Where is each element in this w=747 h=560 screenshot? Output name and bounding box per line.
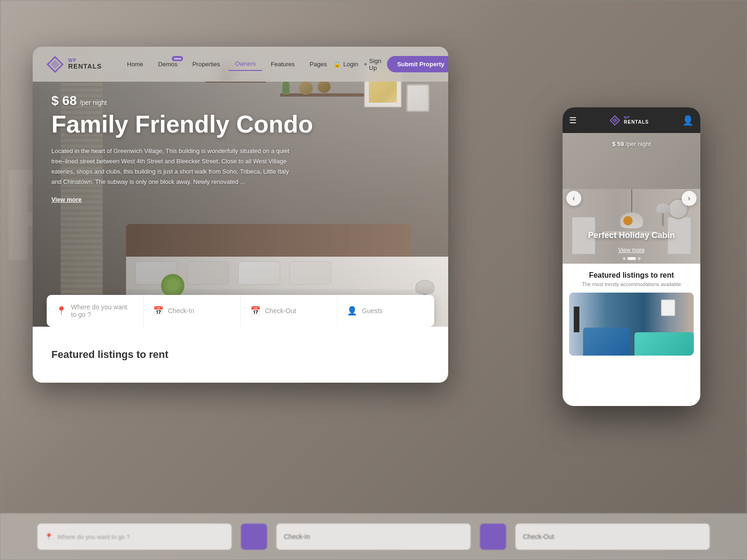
search-bar: 📍 Where do you want to go ? 📅 Check-In 📅… (33, 295, 448, 327)
nav-properties[interactable]: Properties (186, 58, 226, 70)
mobile-logo: WP RENTALS (577, 115, 682, 126)
bottom-checkin-btn (241, 524, 267, 550)
mobile-logo-diamond-icon (610, 115, 620, 126)
calendar-checkout-icon: 📅 (250, 306, 261, 316)
signup-link[interactable]: + Sign Up (364, 57, 381, 71)
mobile-logo-text: WP RENTALS (624, 116, 648, 125)
nav-owners[interactable]: Owners (228, 57, 262, 71)
wall-frame-mobile (661, 300, 675, 316)
bottom-location-text: Where do you want to go ? (57, 533, 130, 540)
search-inputs: 📍 Where do you want to go ? 📅 Check-In 📅… (47, 295, 434, 327)
logo-text: WP RENTALS (68, 58, 102, 70)
nav-pages[interactable]: Pages (303, 58, 333, 70)
nav-demos[interactable]: Demos new (152, 58, 184, 70)
bottom-checkin-text: Check-In (284, 533, 310, 540)
mobile-carousel-dots (563, 257, 700, 260)
pin-icon: 📍 (56, 306, 66, 316)
bottom-checkout-field: Check-Out (515, 524, 710, 550)
location-placeholder: Where do you want to go ? (71, 303, 134, 318)
mobile-view-more-link[interactable]: View more (563, 247, 700, 253)
nav-home[interactable]: Home (120, 58, 150, 70)
bottom-checkout-text: Check-Out (523, 533, 554, 540)
checkin-field[interactable]: 📅 Check-In (144, 295, 241, 327)
mobile-featured-subtitle: The most trendy accommodations available (569, 281, 694, 287)
price-unit: /per night (80, 99, 107, 106)
login-link[interactable]: 🔒 Login (333, 61, 358, 68)
mobile-price-amount: $ 59 (612, 140, 624, 147)
mobile-user-icon[interactable]: 👤 (682, 115, 694, 126)
mobile-logo-rentals: RENTALS (624, 119, 648, 125)
mobile-next-arrow[interactable]: › (682, 191, 697, 206)
bottom-location-field: 📍 Where do you want to go ? (37, 524, 232, 550)
mobile-featured: Featured listings to rent The most trend… (563, 264, 700, 360)
mobile-hero-title: Perfect Holiday Cabin (563, 231, 700, 240)
calendar-checkin-icon: 📅 (153, 306, 163, 316)
bottom-search-bar: 📍 Where do you want to go ? Check-In Che… (0, 513, 747, 560)
guests-field[interactable]: 👤 Guests (338, 295, 434, 327)
demos-badge: new (172, 56, 183, 61)
checkout-placeholder: Check-Out (265, 307, 296, 315)
logo-diamond-icon (47, 56, 63, 73)
bottom-checkout-btn (480, 524, 506, 550)
dot-2 (627, 257, 636, 260)
mobile-navbar: ☰ WP RENTALS 👤 (563, 107, 700, 133)
price-amount: $ 68 (51, 93, 77, 108)
submit-property-button[interactable]: Submit Property (387, 56, 448, 72)
plus-icon: + (364, 61, 367, 68)
hero-description: Located in the heart of Greenwich Villag… (51, 146, 294, 187)
dot-1 (623, 257, 626, 260)
lock-icon: 🔒 (333, 61, 341, 68)
mobile-price-unit: /per night (626, 140, 651, 147)
featured-section: Featured listings to rent (33, 327, 448, 383)
guests-placeholder: Guests (362, 307, 382, 315)
mobile-listing-thumbnail: featured (569, 293, 694, 356)
bottom-checkin-field: Check-In (276, 524, 471, 550)
hero-area: WP RENTALS Home Demos new Properties Own… (33, 47, 448, 383)
featured-title: Featured listings to rent (51, 349, 169, 361)
mobile-hero-overlay (563, 133, 700, 264)
hamburger-icon[interactable]: ☰ (569, 115, 577, 126)
checkin-placeholder: Check-In (168, 307, 194, 315)
floor-lamp-mobile (574, 307, 579, 332)
signup-label: Sign Up (369, 57, 381, 71)
mobile-logo-wp: WP (624, 116, 648, 119)
navbar: WP RENTALS Home Demos new Properties Own… (33, 47, 448, 82)
login-label: Login (343, 61, 358, 68)
couch-teal (634, 332, 694, 356)
couch-blue (583, 328, 630, 356)
price-display: $ 68 /per night (51, 93, 313, 108)
mobile-prev-arrow[interactable]: ‹ (566, 191, 581, 206)
logo-rentals: RENTALS (68, 63, 102, 70)
mobile-hero: $ 59 /per night Perfect Holiday Cabin Vi… (563, 133, 700, 264)
dot-3 (638, 257, 641, 260)
mobile-featured-title: Featured listings to rent (569, 271, 694, 280)
hero-title: Family Friendly Condo (51, 111, 313, 138)
view-more-link[interactable]: View more (51, 196, 82, 203)
bottom-pin-icon: 📍 (45, 533, 53, 540)
hero-content: $ 68 /per night Family Friendly Condo Lo… (51, 93, 313, 203)
nav-right: 🔒 Login + Sign Up Submit Property (333, 56, 448, 72)
nav-features[interactable]: Features (264, 58, 301, 70)
mobile-price: $ 59 /per night (563, 140, 700, 147)
checkout-field[interactable]: 📅 Check-Out (241, 295, 338, 327)
logo-area: WP RENTALS (47, 56, 102, 73)
location-field[interactable]: 📍 Where do you want to go ? (47, 295, 144, 327)
mobile-card: ☰ WP RENTALS 👤 (563, 107, 700, 406)
guest-icon: 👤 (347, 306, 357, 316)
nav-links: Home Demos new Properties Owners Feature… (120, 57, 333, 71)
desktop-card: WP RENTALS Home Demos new Properties Own… (33, 47, 448, 383)
